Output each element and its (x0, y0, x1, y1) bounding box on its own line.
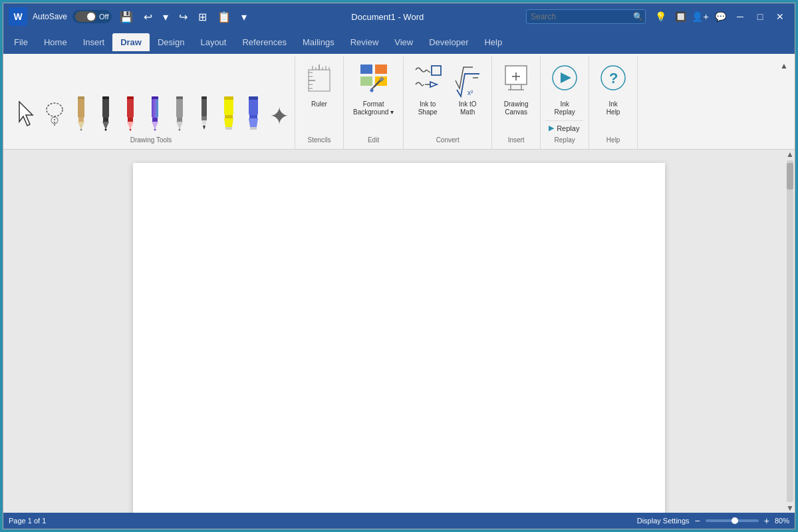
search-input[interactable] (526, 9, 646, 24)
ink-to-math-button[interactable]: x² Ink tOMath (449, 59, 486, 119)
scrollbar-track[interactable] (787, 160, 793, 502)
undo-button[interactable]: ↩ (141, 8, 155, 26)
tab-mailings[interactable]: Mailings (295, 33, 342, 51)
drawing-canvas-button[interactable]: DrawingCanvas (497, 59, 535, 119)
scrollbar-thumb[interactable] (787, 163, 793, 190)
highlighter-tool-2[interactable] (242, 94, 265, 134)
pen-tool-2[interactable] (94, 94, 117, 134)
highlighter-tool-1[interactable] (217, 94, 240, 134)
zoom-plus-button[interactable]: + (764, 515, 769, 526)
insert-group: DrawingCanvas Insert (492, 57, 541, 149)
zoom-minus-button[interactable]: − (695, 515, 700, 526)
toggle-track (75, 11, 96, 22)
drawing-tools-items: ✦ (13, 59, 289, 134)
ink-to-math-icon: x² (453, 62, 482, 99)
svg-marker-0 (19, 102, 33, 126)
lasso-tool[interactable] (41, 96, 68, 134)
svg-rect-19 (152, 96, 158, 118)
svg-rect-42 (250, 127, 257, 130)
svg-rect-30 (201, 116, 207, 120)
tab-file[interactable]: File (6, 33, 36, 51)
pen-tool-5[interactable] (168, 94, 191, 134)
ink-help-button[interactable]: ? InkHelp (595, 59, 632, 119)
replay-small-button[interactable]: ▶ Replay (546, 122, 583, 134)
tab-layout[interactable]: Layout (192, 33, 234, 51)
edit-group: FormatBackground ▾ Edit (344, 57, 404, 149)
svg-point-22 (154, 129, 156, 131)
zoom-level[interactable]: 80% (775, 517, 789, 525)
drawing-canvas-icon (501, 62, 531, 99)
convert-label: Convert (436, 136, 460, 146)
tab-developer[interactable]: Developer (421, 33, 476, 51)
svg-rect-13 (102, 96, 109, 99)
tab-draw[interactable]: Draw (112, 33, 150, 51)
comments-button[interactable]: 💬 (711, 7, 730, 26)
tab-insert[interactable]: Insert (75, 33, 113, 51)
format-background-icon (358, 62, 390, 99)
svg-rect-38 (224, 96, 233, 100)
scroll-down-button[interactable]: ▼ (785, 503, 795, 513)
maximize-button[interactable]: □ (751, 7, 769, 26)
tab-references[interactable]: References (234, 33, 294, 51)
scroll-up-button[interactable]: ▲ (785, 150, 795, 159)
eraser-tool[interactable]: ✦ (267, 94, 289, 134)
tab-design[interactable]: Design (150, 33, 192, 51)
pen-tool-1[interactable] (70, 94, 92, 134)
convert-items: Ink toShape x² (409, 59, 486, 134)
svg-rect-59 (360, 76, 372, 86)
insert-items: DrawingCanvas (497, 59, 535, 134)
save-button[interactable]: 💾 (117, 8, 136, 26)
eraser-icon: ✦ (268, 95, 288, 132)
redo-button[interactable]: ↪ (176, 8, 190, 26)
status-right: Display Settings − + 80% (637, 515, 789, 526)
ribbon-tab-bar: File Home Insert Draw Design Layout Refe… (3, 30, 795, 54)
replay-small-icon: ▶ (549, 124, 554, 132)
pen-2-icon (96, 95, 116, 132)
toggle-thumb (87, 13, 95, 21)
pen-6-icon (194, 95, 214, 132)
ribbon-display[interactable]: 🔲 (671, 7, 690, 26)
tab-home[interactable]: Home (36, 33, 75, 51)
svg-rect-25 (177, 118, 182, 122)
pen-tool-6[interactable] (193, 94, 215, 134)
pen-tool-3[interactable] (119, 94, 142, 134)
pen-tool-4[interactable] (144, 94, 166, 134)
ruler-button[interactable]: Ruler (302, 59, 336, 111)
table-icon[interactable]: ⊞ (196, 8, 209, 26)
customize-icon[interactable]: 📋 (215, 8, 233, 26)
help-group-label: Help (606, 136, 620, 146)
title-bar: W AutoSave Off 💾 ↩ ▾ ↪ ⊞ 📋 ▾ Document1 -… (3, 3, 795, 30)
more-commands[interactable]: ▾ (239, 8, 249, 26)
close-button[interactable]: ✕ (771, 7, 789, 26)
zoom-slider[interactable] (706, 519, 759, 522)
autosave-label: AutoSave (33, 12, 67, 21)
share-button[interactable]: 👤+ (691, 7, 710, 26)
tab-help[interactable]: Help (476, 33, 510, 51)
edit-label: Edit (368, 136, 379, 146)
svg-rect-28 (176, 96, 183, 99)
display-settings-button[interactable]: Display Settings (637, 517, 690, 525)
minimize-button[interactable]: ─ (731, 7, 749, 26)
select-tool[interactable] (13, 96, 39, 134)
ink-to-shape-button[interactable]: Ink toShape (409, 59, 446, 119)
autosave-toggle[interactable]: Off (72, 10, 111, 23)
svg-line-65 (426, 70, 430, 72)
help-icon[interactable]: 💡 (651, 7, 670, 26)
format-background-button[interactable]: FormatBackground ▾ (349, 59, 398, 119)
tab-view[interactable]: View (386, 33, 421, 51)
ink-replay-button[interactable]: InkReplay (546, 59, 583, 119)
status-left: Page 1 of 1 (9, 517, 46, 525)
svg-marker-79 (561, 72, 571, 83)
vertical-scrollbar[interactable]: ▲ ▼ (785, 150, 795, 513)
svg-rect-35 (225, 115, 233, 118)
word-icon: W (9, 7, 27, 26)
ink-to-math-label: Ink tOMath (459, 100, 477, 116)
pen-3-icon (120, 95, 140, 132)
pen-5-icon (170, 95, 190, 132)
tab-review[interactable]: Review (342, 33, 387, 51)
document-area: ▲ ▼ (3, 150, 795, 513)
ribbon-collapse-button[interactable]: ▲ (777, 59, 791, 72)
svg-marker-26 (176, 122, 183, 130)
page-info: Page 1 of 1 (9, 517, 46, 525)
undo-dropdown[interactable]: ▾ (160, 8, 171, 26)
